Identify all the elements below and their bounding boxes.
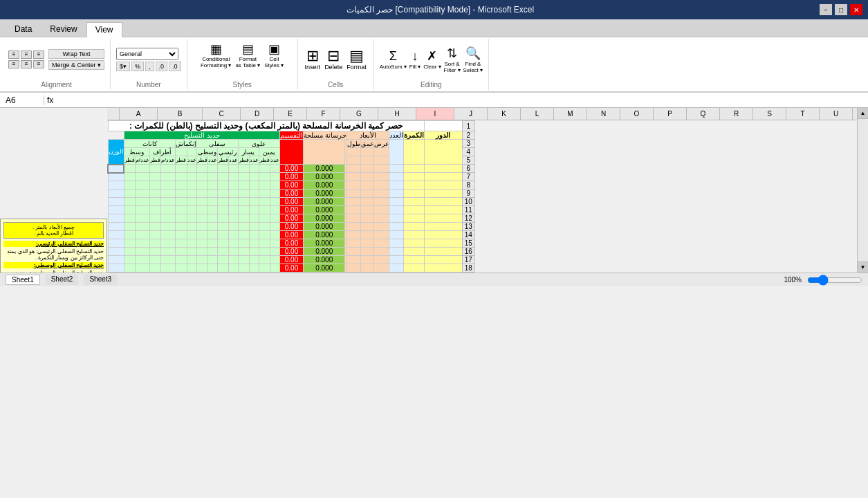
cell-D7[interactable] (373, 173, 389, 181)
cell-V5[interactable]: عدد/م (135, 156, 149, 165)
cell-I7[interactable]: 0.00 (279, 173, 303, 181)
cell-C7[interactable] (389, 173, 403, 181)
delete-button[interactable]: ⊟ Delete (323, 47, 344, 72)
fill-button[interactable]: ↓ Fill ▾ (409, 49, 421, 70)
align-btn-2[interactable]: ≡ (21, 50, 32, 59)
scroll-down-button[interactable]: ▼ (858, 261, 868, 273)
cell-R3[interactable]: إنكماش (175, 140, 196, 148)
col-header-F[interactable]: F (307, 108, 340, 120)
cell-R4[interactable] (187, 148, 196, 156)
close-button[interactable]: ✕ (850, 4, 862, 15)
cell-H7[interactable]: 0.000 (303, 173, 344, 181)
cell-O6[interactable] (217, 165, 228, 173)
cell-W5[interactable]: قطر (124, 156, 135, 165)
cell-U6[interactable] (149, 165, 160, 173)
cell-O7[interactable] (217, 173, 228, 181)
cell-Q5[interactable]: قطر (196, 156, 207, 165)
cell-H3[interactable] (303, 140, 344, 165)
merge-center-button[interactable]: Merge & Center ▾ (48, 60, 104, 70)
format-as-table-button[interactable]: ▤ Formatas Table ▾ (234, 40, 261, 71)
cell-G2[interactable]: خرسانة مسلحة (303, 131, 347, 140)
col-header-D[interactable]: D (241, 108, 274, 120)
cell-J7[interactable] (270, 173, 279, 181)
sort-filter-button[interactable]: ⇅ Sort &Filter ▾ (444, 46, 461, 73)
cell-I2[interactable]: التقسيم (279, 131, 303, 140)
col-header-B[interactable]: B (158, 108, 203, 120)
cell-B6[interactable] (403, 165, 424, 173)
tab-data[interactable]: Data (6, 21, 41, 37)
cell-N4[interactable]: رئيسي (217, 148, 238, 156)
col-header-M[interactable]: M (554, 108, 587, 120)
col-header-C[interactable]: C (203, 108, 241, 120)
sheet-tab-3[interactable]: Sheet3 (84, 275, 117, 285)
align-btn-3[interactable]: ≡ (33, 50, 44, 59)
cell-K7[interactable] (259, 173, 270, 181)
col-header-G[interactable]: G (340, 108, 378, 120)
percent-button[interactable]: % (131, 62, 144, 71)
restore-button[interactable]: □ (835, 4, 847, 15)
col-header-I[interactable]: I (416, 108, 454, 120)
cell-M6[interactable] (238, 165, 249, 173)
cell-K5[interactable]: قطر (259, 156, 270, 165)
cell-C3[interactable] (389, 140, 403, 165)
cell-R6[interactable] (187, 165, 196, 173)
name-box[interactable]: A6 (3, 95, 44, 105)
cell-W7[interactable] (124, 173, 135, 181)
col-header-K[interactable]: K (488, 108, 521, 120)
cell-A2[interactable]: الدور (424, 131, 462, 140)
cell-T4[interactable]: أطراف (149, 148, 175, 156)
cell-V7[interactable] (135, 173, 149, 181)
cell-D3[interactable]: عرض (373, 140, 389, 148)
increase-decimal[interactable]: .0 (156, 62, 168, 71)
clear-button[interactable]: ✗ Clear ▾ (423, 48, 441, 70)
cell-S5[interactable]: قطر (175, 156, 187, 165)
col-header-R[interactable]: R (720, 108, 753, 120)
cell-M5[interactable]: قطر (238, 156, 249, 165)
align-btn-6[interactable]: ≡ (33, 60, 44, 68)
col-header-S[interactable]: S (753, 108, 786, 120)
cell-T6[interactable] (160, 165, 175, 173)
cell-J2[interactable]: حديد التسليح (124, 131, 279, 140)
insert-button[interactable]: ⊞ Insert (304, 47, 322, 72)
find-select-button[interactable]: 🔍 Find &Select ▾ (463, 46, 483, 73)
cell-F4[interactable] (347, 148, 360, 156)
tab-view[interactable]: View (86, 22, 122, 37)
cell-Q7[interactable] (196, 173, 207, 181)
col-header-L[interactable]: L (521, 108, 554, 120)
scroll-track[interactable] (858, 119, 868, 261)
col-header-A[interactable]: A (120, 108, 158, 120)
cell-B3[interactable] (403, 140, 424, 165)
cell-R7[interactable] (187, 173, 196, 181)
cell-H6[interactable]: 0.000 (303, 165, 344, 173)
cell-styles-button[interactable]: ▣ CellStyles ▾ (263, 40, 285, 71)
cell-X7[interactable] (108, 173, 124, 181)
cell-V6[interactable] (135, 165, 149, 173)
cell-S6[interactable] (175, 165, 187, 173)
cell-U7[interactable] (149, 173, 160, 181)
cell-U5[interactable]: قطر (149, 156, 160, 165)
cell-A7[interactable] (424, 173, 462, 181)
col-header-J[interactable]: J (454, 108, 488, 120)
cell-N5[interactable]: عدد (228, 156, 238, 165)
cell-X3[interactable]: الوزن (108, 140, 124, 165)
cell-E6[interactable] (360, 165, 373, 173)
cell-G7[interactable] (345, 173, 347, 181)
cell-J5[interactable]: عدد (270, 156, 279, 165)
cell-P7[interactable] (207, 173, 217, 181)
comma-button[interactable]: , (145, 62, 154, 71)
cell-P5[interactable]: عدد (207, 156, 217, 165)
cell-S7[interactable] (175, 173, 187, 181)
cell-J3[interactable]: علوى (238, 140, 279, 148)
col-header-Q[interactable]: Q (687, 108, 720, 120)
cell-G6[interactable] (345, 165, 347, 173)
wrap-text-button[interactable]: Wrap Text (48, 49, 104, 59)
cell-X6[interactable] (108, 165, 124, 173)
cell-T5[interactable]: عدد/م (160, 156, 175, 165)
autosum-button[interactable]: Σ AutoSum ▾ (380, 49, 407, 70)
align-btn-1[interactable]: ≡ (8, 50, 19, 59)
col-header-O[interactable]: O (620, 108, 654, 120)
cell-D4[interactable] (373, 148, 389, 156)
cell-Q6[interactable] (196, 165, 207, 173)
cell-D2[interactable]: الأبعاد (347, 131, 389, 140)
scroll-up-button[interactable]: ▲ (858, 108, 868, 119)
